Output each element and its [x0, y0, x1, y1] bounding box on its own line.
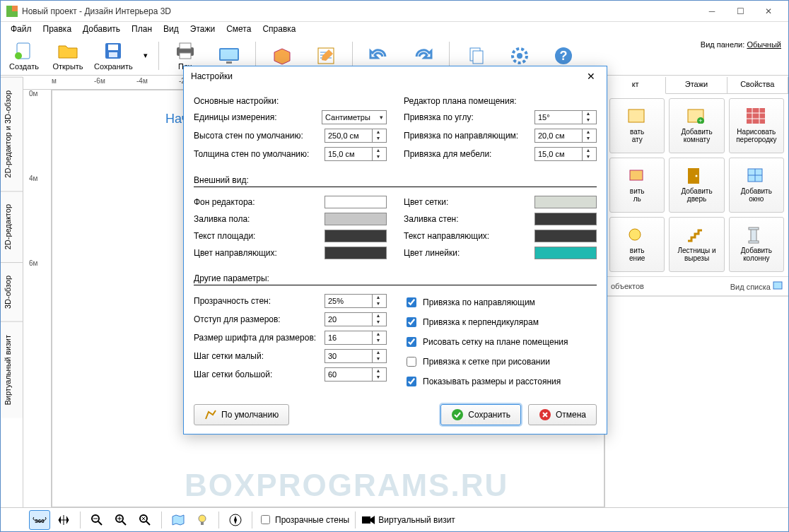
help-icon: ?	[552, 46, 575, 66]
menu-help[interactable]: Справка	[257, 23, 301, 35]
rbtn-window[interactable]: Добавитьокно	[729, 158, 784, 213]
toolbar-redo[interactable]	[405, 46, 440, 66]
printer-icon	[174, 41, 197, 61]
list-mode-link[interactable]: Вид списка	[730, 281, 783, 291]
svg-rect-12	[226, 61, 232, 64]
rbtn-door[interactable]: Добавитьдверь	[669, 158, 724, 213]
zoom-fit-button[interactable]	[134, 510, 156, 530]
pan-button[interactable]	[53, 510, 74, 530]
units-combo[interactable]: Сантиметры▾	[322, 110, 387, 124]
opacity-input[interactable]: ▲▼	[325, 294, 387, 308]
rtab-project[interactable]: кт	[605, 77, 666, 94]
menu-add[interactable]: Добавить	[77, 23, 126, 35]
minimize-button[interactable]: ─	[698, 1, 726, 21]
menu-bar: Файл Правка Добавить План Вид Этажи Смет…	[1, 22, 788, 36]
toolbar-copy[interactable]	[458, 46, 493, 66]
toolbar-undo[interactable]	[361, 46, 397, 66]
rbtn-column[interactable]: Добавитьколонну	[729, 217, 784, 272]
toolbar-settings[interactable]	[502, 46, 537, 66]
toolbar-dropdown[interactable]: ▾	[141, 51, 150, 60]
menu-estimate[interactable]: Смета	[221, 23, 257, 35]
room-icon	[627, 108, 647, 125]
svg-line-48	[122, 521, 126, 525]
toolbar-box[interactable]	[264, 46, 300, 66]
door-icon	[686, 167, 706, 184]
zoom-in-button[interactable]	[110, 510, 132, 530]
objects-list[interactable]	[605, 296, 788, 507]
snap-furniture-input[interactable]: ▲▼	[534, 147, 597, 161]
ruler-color-swatch[interactable]	[534, 247, 597, 259]
menu-view[interactable]: Вид	[158, 23, 185, 35]
guide-text-swatch[interactable]	[534, 230, 597, 242]
zoom-out-button[interactable]	[86, 510, 107, 530]
dialog-title: Настройки	[191, 71, 583, 81]
view-panel: Вид панели: Обычный	[701, 40, 781, 49]
svg-rect-5	[108, 45, 118, 50]
vtab-3d[interactable]: 3D-обзор	[1, 262, 23, 321]
save-button[interactable]: Сохранить	[440, 404, 521, 425]
vtab-virtual[interactable]: Виртуальный визит	[1, 321, 23, 418]
section-appearance: Внешний вид:	[194, 175, 597, 187]
grid-color-swatch[interactable]	[534, 196, 597, 208]
toolbar-view3d[interactable]	[211, 46, 247, 66]
rbtn-6[interactable]: витьение	[609, 217, 665, 272]
close-button[interactable]: ✕	[754, 1, 783, 21]
default-button[interactable]: По умолчанию	[194, 404, 289, 425]
chk-snap-guides[interactable]: Привязка по направляющим	[404, 295, 597, 309]
svg-line-52	[146, 521, 150, 525]
light-toggle-button[interactable]	[192, 510, 213, 530]
toolbar-help[interactable]: ?	[546, 46, 581, 66]
snap-angle-input[interactable]: ▲▼	[534, 110, 597, 124]
grid-big-input[interactable]: ▲▼	[325, 367, 387, 382]
floor-color-swatch[interactable]	[325, 213, 387, 225]
rbtn-3[interactable]: витьль	[609, 158, 665, 213]
transparent-walls-checkbox[interactable]: Прозрачные стены	[258, 513, 349, 526]
grid-small-input[interactable]: ▲▼	[325, 349, 387, 363]
offset-input[interactable]: ▲▼	[325, 312, 387, 326]
area-text-swatch[interactable]	[325, 230, 387, 242]
svg-point-3	[15, 52, 22, 59]
chk-draw-grid[interactable]: Рисовать сетку на плане помещения	[404, 335, 597, 349]
toolbar-open[interactable]: Открыть	[50, 41, 86, 71]
menu-floors[interactable]: Этажи	[185, 23, 221, 35]
view-360-button[interactable]: 360	[29, 510, 50, 530]
fontsize-input[interactable]: ▲▼	[325, 331, 387, 345]
add-buttons-grid: ватьату +Добавитькомнату Нарисоватьперег…	[605, 94, 788, 276]
rbtn-wall[interactable]: Нарисоватьперегородку	[729, 98, 784, 153]
vtab-2d[interactable]: 2D-редактор	[1, 191, 23, 262]
guide-color-swatch[interactable]	[325, 247, 387, 259]
svg-text:+: +	[699, 117, 703, 124]
chk-snap-grid[interactable]: Привязка к сетке при рисовании	[404, 355, 597, 369]
view-panel-link[interactable]: Обычный	[747, 40, 781, 49]
vtab-2d3d[interactable]: 2D-редактор и 3D-обзор	[1, 77, 23, 191]
rtab-floors[interactable]: Этажи	[666, 77, 727, 93]
rbtn-0[interactable]: ватьату	[609, 98, 665, 153]
rbtn-stairs[interactable]: Лестницы ивырезы	[669, 217, 724, 272]
app-icon	[6, 6, 18, 17]
map-button[interactable]	[168, 510, 189, 530]
dialog-close-button[interactable]: ✕	[583, 71, 600, 82]
maximize-button[interactable]: ☐	[726, 1, 754, 21]
svg-rect-27	[747, 108, 765, 124]
rbtn-add-room[interactable]: +Добавитькомнату	[669, 98, 724, 153]
settings-dialog: Настройки ✕ Основные настройки: Единицы …	[183, 66, 607, 435]
wall-thickness-input[interactable]: ▲▼	[325, 147, 387, 161]
toolbar-create[interactable]: Создать	[6, 41, 42, 71]
menu-edit[interactable]: Правка	[37, 23, 78, 35]
wall-height-input[interactable]: ▲▼	[325, 129, 387, 143]
toolbar-save[interactable]: Сохранить	[94, 41, 133, 71]
menu-plan[interactable]: План	[126, 23, 158, 35]
chk-show-dims[interactable]: Показывать размеры и расстояния	[404, 374, 597, 389]
toolbar-notes[interactable]	[308, 46, 344, 66]
svg-rect-23	[629, 110, 644, 122]
wall-fill-swatch[interactable]	[534, 213, 597, 225]
rtab-properties[interactable]: Свойства	[727, 77, 788, 93]
cancel-button[interactable]: Отмена	[528, 404, 597, 425]
menu-file[interactable]: Файл	[5, 23, 37, 35]
virtual-visit-button[interactable]: Виртуальный визит	[361, 515, 455, 525]
chk-snap-perp[interactable]: Привязка к перпендикулярам	[404, 315, 597, 329]
compass-button[interactable]	[225, 510, 246, 530]
bg-color-swatch[interactable]	[325, 196, 387, 208]
vertical-tabs: 2D-редактор и 3D-обзор 2D-редактор 3D-об…	[1, 77, 23, 507]
snap-guide-input[interactable]: ▲▼	[534, 129, 597, 143]
